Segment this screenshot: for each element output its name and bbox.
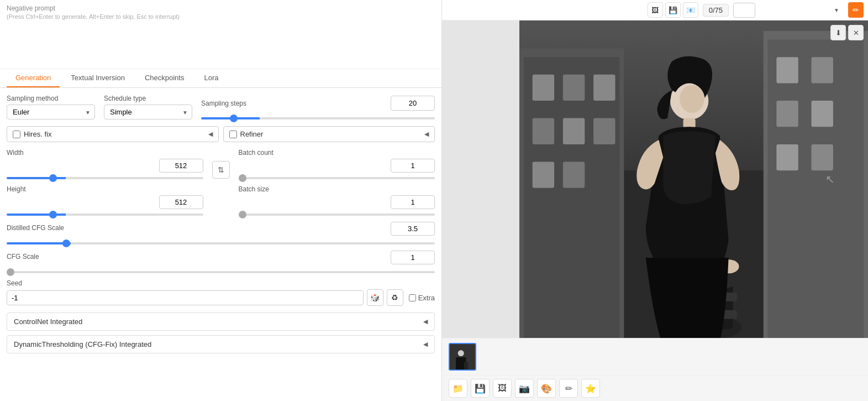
refiner-collapse-icon: ◀ — [424, 131, 429, 138]
height-label: Height — [7, 185, 203, 193]
main-image — [519, 20, 868, 338]
edit-style-button[interactable]: ✏ — [848, 2, 864, 18]
image-download-button[interactable]: ⬇ — [830, 25, 846, 40]
svg-point-30 — [680, 85, 704, 113]
thumbnail-0[interactable] — [449, 343, 476, 371]
dynamic-threshold-collapse-icon: ◀ — [423, 341, 428, 348]
distilled-cfg-slider[interactable] — [7, 242, 435, 244]
hires-collapse-icon: ◀ — [208, 131, 213, 138]
hires-fix-toggle[interactable]: Hires. fix ◀ — [7, 126, 219, 142]
svg-rect-19 — [811, 144, 833, 170]
seed-dice-button[interactable]: 🎲 — [367, 289, 383, 306]
image-toolbar: ⬇ ✕ — [830, 25, 864, 40]
bottom-toolbar: 📁 💾 🖼 📷 🎨 ✏ ⭐ — [442, 375, 868, 401]
sampling-steps-label: Sampling steps — [201, 100, 246, 107]
svg-rect-9 — [593, 118, 615, 144]
svg-rect-10 — [533, 162, 554, 188]
batch-size-slider[interactable] — [239, 213, 435, 216]
svg-rect-5 — [563, 75, 585, 101]
width-slider[interactable] — [7, 177, 203, 179]
batch-count-label: Batch count — [239, 149, 435, 157]
svg-point-32 — [458, 350, 464, 356]
svg-rect-17 — [811, 101, 833, 127]
refiner-label: Refiner — [240, 130, 422, 138]
batch-size-input[interactable] — [391, 195, 435, 209]
thumbnail-strip — [442, 338, 868, 375]
extra-seed-toggle[interactable]: Extra — [409, 294, 435, 302]
hires-fix-label: Hires. fix — [24, 130, 205, 138]
distilled-cfg-input[interactable] — [391, 222, 435, 236]
tab-textual-inversion[interactable]: Textual Inversion — [62, 69, 134, 87]
style-dropdown-arrow-icon: ▼ — [834, 7, 839, 13]
cfg-scale-slider[interactable] — [7, 271, 435, 273]
sampling-method-label: Sampling method — [7, 95, 95, 102]
style-dropdown[interactable] — [733, 3, 755, 18]
svg-rect-7 — [533, 118, 554, 144]
dynamic-threshold-label: DynamicThresholding (CFG-Fix) Integrated — [14, 340, 151, 348]
save-bottom-button[interactable]: 💾 — [471, 379, 490, 398]
controlnet-header[interactable]: ControlNet Integrated ◀ — [7, 313, 434, 330]
svg-rect-8 — [563, 118, 585, 144]
save-icon-button[interactable]: 💾 — [665, 2, 681, 18]
svg-rect-34 — [464, 362, 468, 369]
negative-prompt-label: Negative prompt — [7, 4, 435, 12]
refiner-checkbox[interactable] — [229, 131, 237, 138]
distilled-cfg-label: Distilled CFG Scale — [7, 224, 64, 232]
swap-dimensions-button[interactable]: ⇅ — [212, 161, 230, 179]
image-close-button[interactable]: ✕ — [848, 25, 864, 40]
palette-bottom-button[interactable]: 🎨 — [537, 379, 556, 398]
controlnet-collapse-icon: ◀ — [423, 318, 428, 325]
share-icon-button[interactable]: 📧 — [683, 2, 698, 18]
cfg-scale-label: CFG Scale — [7, 253, 39, 261]
tab-generation[interactable]: Generation — [7, 69, 60, 87]
dynamic-threshold-section: DynamicThresholding (CFG-Fix) Integrated… — [7, 335, 435, 353]
batch-size-label: Batch size — [239, 185, 435, 193]
hires-fix-checkbox[interactable] — [13, 131, 20, 138]
placeholder-area — [442, 20, 519, 338]
extra-seed-checkbox[interactable] — [409, 294, 416, 301]
sampling-steps-slider[interactable] — [201, 117, 435, 119]
svg-rect-11 — [563, 162, 585, 188]
batch-count-slider[interactable] — [239, 177, 435, 179]
sampling-method-select[interactable]: Euler — [7, 105, 95, 119]
svg-rect-6 — [593, 75, 615, 101]
sampling-steps-input[interactable] — [391, 96, 435, 111]
controlnet-label: ControlNet Integrated — [14, 317, 82, 326]
height-slider[interactable] — [7, 213, 203, 216]
pencil-bottom-button[interactable]: ✏ — [559, 379, 578, 398]
folder-icon-button[interactable]: 📁 — [449, 379, 467, 398]
controlnet-section: ControlNet Integrated ◀ — [7, 313, 435, 331]
svg-rect-18 — [776, 144, 798, 170]
svg-rect-14 — [776, 57, 798, 83]
tab-checkpoints[interactable]: Checkpoints — [136, 69, 193, 87]
cfg-scale-input[interactable] — [391, 251, 435, 264]
refiner-toggle[interactable]: Refiner ◀ — [223, 126, 435, 142]
extra-seed-label: Extra — [418, 294, 435, 302]
star-bottom-button[interactable]: ⭐ — [581, 379, 600, 398]
seed-label: Seed — [7, 279, 435, 287]
camera-bottom-button[interactable]: 📷 — [515, 379, 534, 398]
negative-prompt-hint: (Press Ctrl+Enter to generate, Alt+Enter… — [7, 13, 435, 20]
seed-input[interactable] — [7, 290, 364, 305]
image-bottom-button[interactable]: 🖼 — [493, 379, 512, 398]
dynamic-threshold-header[interactable]: DynamicThresholding (CFG-Fix) Integrated… — [7, 336, 434, 353]
tabs-bar: Generation Textual Inversion Checkpoints… — [0, 69, 441, 88]
tab-lora[interactable]: Lora — [195, 69, 227, 87]
schedule-type-select[interactable]: Simple — [104, 105, 192, 119]
height-input[interactable] — [159, 195, 203, 209]
schedule-type-label: Schedule type — [104, 95, 192, 102]
width-input[interactable] — [159, 159, 203, 173]
batch-count-input[interactable] — [391, 159, 435, 173]
image-icon-button[interactable]: 🖼 — [648, 2, 663, 18]
svg-rect-15 — [811, 57, 833, 83]
seed-recycle-button[interactable]: ♻ — [387, 289, 403, 306]
svg-rect-13 — [768, 40, 864, 338]
width-label: Width — [7, 149, 203, 157]
prompt-counter: 0/75 — [703, 4, 729, 17]
svg-rect-4 — [533, 75, 554, 101]
svg-rect-16 — [776, 101, 798, 127]
